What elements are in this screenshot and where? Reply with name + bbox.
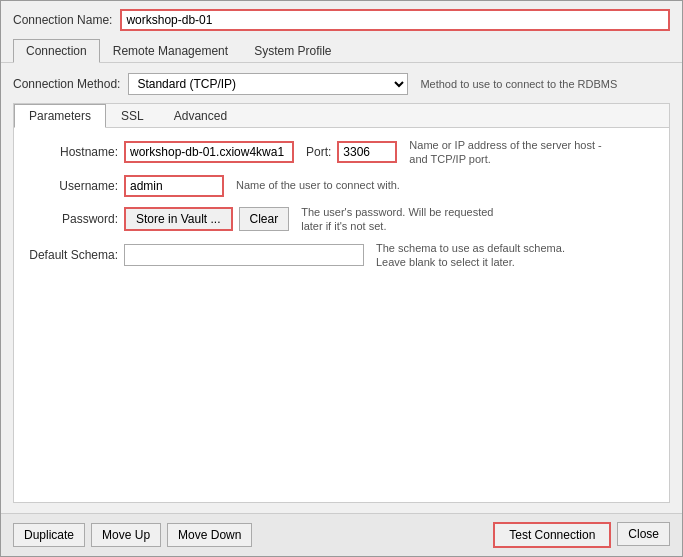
move-down-button[interactable]: Move Down — [167, 523, 252, 547]
bottom-bar: Duplicate Move Up Move Down Test Connect… — [1, 513, 682, 556]
connection-name-row: Connection Name: — [1, 1, 682, 39]
username-label: Username: — [28, 179, 118, 193]
params-content: Hostname: Port: Name or IP address of th… — [14, 128, 669, 502]
tab-advanced[interactable]: Advanced — [159, 104, 242, 127]
bottom-left-buttons: Duplicate Move Up Move Down — [13, 523, 252, 547]
default-schema-row: Default Schema: The schema to use as def… — [28, 241, 655, 270]
clear-password-button[interactable]: Clear — [239, 207, 290, 231]
duplicate-button[interactable]: Duplicate — [13, 523, 85, 547]
connection-name-input[interactable] — [120, 9, 670, 31]
connection-method-description: Method to use to connect to the RDBMS — [420, 78, 617, 90]
port-input[interactable] — [337, 141, 397, 163]
hostname-input[interactable] — [124, 141, 294, 163]
tab-parameters[interactable]: Parameters — [14, 104, 106, 128]
content-area: Connection Method: Standard (TCP/IP) Met… — [1, 63, 682, 513]
tab-system-profile[interactable]: System Profile — [241, 39, 344, 62]
test-connection-button[interactable]: Test Connection — [493, 522, 611, 548]
password-label: Password: — [28, 212, 118, 226]
username-description: Name of the user to connect with. — [236, 178, 400, 192]
connection-name-label: Connection Name: — [13, 13, 112, 27]
hostname-label: Hostname: — [28, 145, 118, 159]
move-up-button[interactable]: Move Up — [91, 523, 161, 547]
connection-method-select[interactable]: Standard (TCP/IP) — [128, 73, 408, 95]
default-schema-input[interactable] — [124, 244, 364, 266]
inner-tabs: Parameters SSL Advanced — [14, 104, 669, 128]
port-label: Port: — [306, 145, 331, 159]
tab-remote-management[interactable]: Remote Management — [100, 39, 241, 62]
store-in-vault-button[interactable]: Store in Vault ... — [124, 207, 233, 231]
default-schema-label: Default Schema: — [28, 248, 118, 262]
tab-connection[interactable]: Connection — [13, 39, 100, 63]
username-row: Username: Name of the user to connect wi… — [28, 175, 655, 197]
hostname-description: Name or IP address of the server host - … — [409, 138, 609, 167]
username-input[interactable] — [124, 175, 224, 197]
connection-method-row: Connection Method: Standard (TCP/IP) Met… — [13, 73, 670, 95]
close-button[interactable]: Close — [617, 522, 670, 546]
password-row: Password: Store in Vault ... Clear The u… — [28, 205, 655, 234]
main-tabs: Connection Remote Management System Prof… — [1, 39, 682, 63]
hostname-row: Hostname: Port: Name or IP address of th… — [28, 138, 655, 167]
tab-ssl[interactable]: SSL — [106, 104, 159, 127]
dialog: Connection Name: Connection Remote Manag… — [0, 0, 683, 557]
password-description: The user's password. Will be requested l… — [301, 205, 501, 234]
params-panel: Parameters SSL Advanced Hostname: Port: … — [13, 103, 670, 503]
connection-method-label: Connection Method: — [13, 77, 120, 91]
default-schema-description: The schema to use as default schema. Lea… — [376, 241, 576, 270]
bottom-right-buttons: Test Connection Close — [493, 522, 670, 548]
